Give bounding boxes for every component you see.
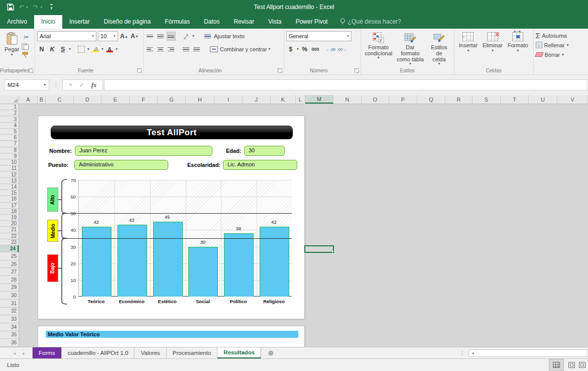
row-header-20[interactable]: 20 [0, 221, 19, 227]
puesto-field[interactable]: Administrativo [74, 160, 168, 170]
row-header-13[interactable]: 13 [0, 178, 19, 184]
bar-Estético[interactable] [153, 222, 183, 297]
column-header-L[interactable]: L [296, 95, 305, 104]
align-center-icon[interactable] [156, 45, 165, 54]
nombre-field[interactable]: Juan Perez [75, 146, 212, 156]
italic-button[interactable]: K [48, 45, 57, 54]
row-header-25[interactable]: 25 [0, 252, 19, 260]
align-right-icon[interactable] [167, 45, 176, 54]
cut-icon[interactable]: ✂ [22, 33, 31, 42]
bar-Social[interactable] [188, 247, 218, 297]
column-header-G[interactable]: G [158, 95, 186, 104]
ribbon-tab-inicio[interactable]: Inicio [34, 15, 62, 29]
decrease-indent-icon[interactable] [182, 45, 191, 54]
delete-cells-button[interactable]: ✕ Eliminar ▾ [480, 31, 505, 54]
row-header-18[interactable]: 18 [0, 209, 19, 215]
sheet-tab-valores[interactable]: Valores [135, 347, 166, 358]
column-header-O[interactable]: O [362, 95, 389, 104]
tell-me-box[interactable]: ¿Qué desea hacer? [335, 15, 406, 29]
increase-font-icon[interactable]: A▲ [120, 32, 129, 41]
bar-Económico[interactable] [117, 225, 147, 297]
selected-cell-M24[interactable] [304, 245, 334, 253]
merge-center-label[interactable]: Combinar y centrar [220, 46, 267, 52]
comma-style-icon[interactable]: 000 [311, 45, 320, 54]
column-header-S[interactable]: S [473, 95, 501, 104]
row-header-1[interactable]: 1 [0, 104, 19, 110]
fill-color-icon[interactable] [91, 45, 100, 54]
fill-button[interactable]: ↓ Rellenar ▾ [536, 40, 586, 50]
normal-view-button[interactable] [549, 359, 564, 371]
sheet-tab-resultados[interactable]: Resultados [217, 347, 261, 358]
prev-sheet-icon[interactable]: ◂ [13, 350, 16, 356]
bar-Religioso[interactable] [260, 227, 289, 297]
row-header-9[interactable]: 9 [0, 153, 19, 159]
scroll-left-icon[interactable]: ◂ [469, 350, 477, 355]
column-header-U[interactable]: U [529, 95, 557, 104]
column-header-E[interactable]: E [101, 95, 130, 104]
row-header-19[interactable]: 19 [0, 215, 19, 221]
save-icon[interactable] [7, 4, 14, 11]
column-header-J[interactable]: J [243, 95, 271, 104]
font-size-select[interactable]: 10▾ [98, 31, 118, 41]
row-header-34[interactable]: 34 [0, 323, 19, 331]
currency-icon[interactable]: $ [286, 45, 295, 54]
row-header-36[interactable]: 36 [0, 339, 19, 347]
tabbar-splitter[interactable]: ⋮ [459, 350, 464, 356]
row-header-7[interactable]: 7 [0, 141, 19, 147]
page-layout-view-button[interactable] [564, 359, 579, 371]
customize-qat-icon[interactable]: ▾ [50, 4, 53, 11]
row-header-12[interactable]: 12 [0, 171, 19, 177]
bar-Político[interactable] [224, 233, 254, 297]
row-header-28[interactable]: 28 [0, 276, 19, 284]
row-header-4[interactable]: 4 [0, 123, 19, 129]
row-header-6[interactable]: 6 [0, 135, 19, 141]
increase-decimal-icon[interactable]: ←,00 [326, 45, 335, 54]
new-sheet-icon[interactable]: ⊕ [261, 347, 280, 358]
format-painter-icon[interactable] [22, 52, 29, 58]
row-header-29[interactable]: 29 [0, 284, 19, 292]
row-header-17[interactable]: 17 [0, 203, 19, 209]
row-header-3[interactable]: 3 [0, 116, 19, 122]
wrap-text-icon[interactable] [203, 32, 212, 41]
bold-button[interactable]: N [37, 45, 46, 54]
ribbon-tab-insertar[interactable]: Insertar [62, 15, 97, 29]
ribbon-tab-power-pivot[interactable]: Power Pivot [289, 15, 335, 29]
column-header-N[interactable]: N [333, 95, 362, 104]
column-header-V[interactable]: V [557, 95, 588, 104]
conditional-formatting-button[interactable]: ≠ Formato condicional▾ [363, 31, 394, 67]
escolaridad-field[interactable]: Lic. Admon [223, 160, 297, 170]
decrease-font-icon[interactable]: A▼ [130, 32, 139, 41]
borders-icon[interactable] [77, 45, 86, 54]
align-bottom-icon[interactable] [167, 32, 176, 41]
row-header-16[interactable]: 16 [0, 196, 19, 202]
row-header-30[interactable]: 30 [0, 292, 19, 300]
row-header-15[interactable]: 15 [0, 190, 19, 196]
font-color-caret-icon[interactable]: ▾ [115, 48, 117, 51]
row-header-22[interactable]: 22 [0, 233, 19, 239]
column-header-R[interactable]: R [445, 95, 473, 104]
formula-bar-splitter[interactable]: ⋮ [53, 82, 58, 88]
row-header-35[interactable]: 35 [0, 331, 19, 339]
merge-center-icon[interactable] [209, 45, 218, 54]
number-dialog-launcher-icon[interactable] [355, 68, 359, 73]
number-format-select[interactable]: General▾ [286, 31, 351, 41]
font-name-select[interactable]: Arial▾ [37, 31, 96, 41]
column-header-A[interactable]: A [19, 95, 38, 104]
fill-color-caret-icon[interactable]: ▾ [101, 48, 103, 51]
borders-caret-icon[interactable]: ▾ [87, 48, 89, 51]
insert-function-icon[interactable]: fx [91, 81, 96, 89]
formula-input[interactable] [104, 79, 588, 90]
format-cells-button[interactable]: ⇤⇥ Formato ▾ [505, 31, 531, 54]
alignment-dialog-launcher-icon[interactable] [278, 68, 282, 73]
row-header-8[interactable]: 8 [0, 147, 19, 153]
align-middle-icon[interactable] [156, 32, 165, 41]
horizontal-scrollbar[interactable]: ◂ [468, 349, 588, 357]
copy-icon[interactable] [22, 43, 29, 50]
underline-caret-icon[interactable]: ▾ [69, 48, 71, 51]
select-all-corner[interactable] [0, 95, 19, 104]
align-left-icon[interactable] [146, 45, 155, 54]
column-header-Q[interactable]: Q [417, 95, 445, 104]
row-header-24[interactable]: 24 [0, 245, 19, 252]
column-header-M[interactable]: M [305, 95, 333, 104]
increase-indent-icon[interactable] [192, 45, 201, 54]
